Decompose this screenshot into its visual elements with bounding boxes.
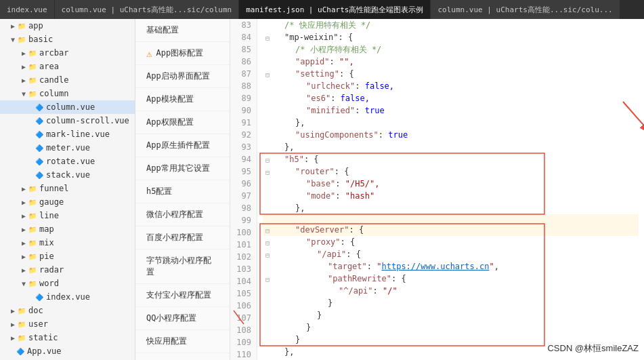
sidebar-item-app-vue[interactable]: 🔷 App.vue	[0, 344, 135, 358]
menu-item-baidu[interactable]: 百度小程序配置	[135, 226, 230, 249]
tab-column-vue-2[interactable]: column.vue | uCharts高性能...sic/colu...	[431, 0, 620, 19]
code-plain: }	[295, 334, 300, 346]
code-content[interactable]: /* 快应用特有相关 */⊟"mp-weixin": {/* 小程序特有相关 *…	[257, 19, 644, 360]
code-key: "es6"	[306, 92, 330, 104]
menu-item-uni-stats[interactable]: uni统计配置	[135, 353, 230, 360]
sidebar-item-doc[interactable]: ▶ 📁 doc	[0, 304, 135, 317]
sidebar-label: column	[39, 89, 68, 98]
fold-icon[interactable]: ⊟	[263, 155, 272, 164]
menu-item-app-launch[interactable]: App启动界面配置	[135, 65, 230, 88]
chevron-right-icon: ▶	[22, 185, 26, 193]
code-container[interactable]: 8384858687888990919293949596979899100101…	[230, 19, 644, 360]
menu-item-quickapp[interactable]: 快应用配置	[135, 330, 230, 353]
sidebar-item-stack-vue[interactable]: 🔷 stack.vue	[0, 168, 135, 182]
code-key: "h5"	[284, 153, 304, 165]
menu-item-qq[interactable]: QQ小程序配置	[135, 307, 230, 330]
fold-icon	[263, 81, 272, 91]
colon: :	[339, 68, 349, 80]
sidebar-item-rotate-vue[interactable]: 🔷 rotate.vue	[0, 155, 135, 168]
tab-manifest-json[interactable]: manifest.json | uCharts高性能跑全端图表示例	[239, 0, 431, 19]
sidebar-item-mark-line-vue[interactable]: 🔷 mark-line.vue	[0, 127, 135, 141]
vue-file-icon: 🔷	[35, 131, 43, 138]
chevron-down-icon: ▼	[22, 280, 26, 287]
menu-item-h5[interactable]: h5配置	[135, 180, 230, 203]
menu-item-app-icon[interactable]: ⚠ App图标配置	[135, 42, 230, 65]
folder-icon: 📁	[28, 239, 37, 247]
menu-item-app-native-plugin[interactable]: App原生插件配置	[135, 134, 230, 157]
sidebar-label: line	[39, 211, 59, 220]
sidebar-label: column.vue	[46, 102, 95, 112]
sidebar-item-word[interactable]: ▼ 📁 word	[0, 277, 135, 290]
chevron-right-icon: ▶	[22, 199, 26, 206]
sidebar-item-user[interactable]: ▶ 📁 user	[0, 317, 135, 331]
code-line-90: "minified": true	[263, 104, 639, 117]
code-line-87: ⊟"setting": {	[263, 68, 639, 80]
chevron-right-icon: ▶	[22, 49, 26, 57]
code-line-109: }	[263, 334, 639, 346]
code-comment: /* 快应用特有相关 */	[284, 19, 370, 31]
fold-icon[interactable]: ⊟	[263, 237, 272, 247]
code-line-98: },	[263, 202, 639, 214]
menu-item-wechat[interactable]: 微信小程序配置	[135, 203, 230, 226]
sidebar-item-radar[interactable]: ▶ 📁 radar	[0, 263, 135, 277]
code-value: "",	[339, 56, 354, 68]
fold-icon[interactable]: ⊟	[263, 274, 272, 283]
tab-column-vue[interactable]: column.vue | uCharts高性能...sic/column	[55, 0, 240, 19]
menu-panel: 基础配置 ⚠ App图标配置 App启动界面配置 App模块配置 App权限配置…	[135, 19, 230, 360]
fold-icon[interactable]: ⊟	[263, 225, 272, 235]
fold-icon	[263, 57, 272, 66]
code-line-83: /* 快应用特有相关 */	[263, 19, 639, 31]
colon: :	[349, 224, 358, 236]
code-line-105: "^/api": "/"	[263, 285, 639, 297]
code-key: "router"	[295, 165, 335, 178]
sidebar-item-word-index-vue[interactable]: 🔷 index.vue	[0, 290, 135, 304]
fold-icon[interactable]: ⊟	[263, 167, 272, 176]
sidebar-item-gauge[interactable]: ▶ 📁 gauge	[0, 195, 135, 209]
code-plain: }	[328, 297, 332, 309]
sidebar-item-mix[interactable]: ▶ 📁 mix	[0, 236, 135, 249]
sidebar-item-area[interactable]: ▶ 📁 area	[0, 60, 135, 73]
code-line-91: },	[263, 117, 639, 129]
menu-item-alipay[interactable]: 支付宝小程序配置	[135, 284, 230, 307]
menu-item-basic[interactable]: 基础配置	[135, 19, 230, 42]
main-area: ▶ 📁 app ▼ 📁 basic ▶ 📁 arcbar ▶ 📁 area	[0, 19, 644, 360]
sidebar-item-pie[interactable]: ▶ 📁 pie	[0, 249, 135, 263]
sidebar-label: meter.vue	[46, 143, 90, 153]
code-plain: }	[306, 321, 311, 334]
code-comment: /* 小程序特有相关 */	[295, 43, 381, 56]
code-key: "proxy"	[306, 236, 341, 248]
menu-item-app-module[interactable]: App模块配置	[135, 88, 230, 111]
fold-icon	[263, 262, 272, 271]
menu-item-app-other[interactable]: App常用其它设置	[135, 157, 230, 180]
sidebar-item-basic[interactable]: ▼ 📁 basic	[0, 33, 135, 46]
sidebar-item-map[interactable]: ▶ 📁 map	[0, 222, 135, 236]
code-plain: "mp-weixin": {	[284, 31, 353, 43]
sidebar-item-column-scroll-vue[interactable]: 🔷 column-scroll.vue	[0, 114, 135, 127]
sidebar-label: area	[39, 62, 59, 71]
fold-icon[interactable]: ⊟	[263, 33, 272, 42]
code-line-93: },	[263, 141, 639, 153]
fold-icon[interactable]: ⊟	[263, 249, 272, 259]
sidebar-item-candle[interactable]: ▶ 📁 candle	[0, 73, 135, 87]
sidebar-item-app[interactable]: ▶ 📁 app	[0, 19, 135, 33]
code-line-88: "urlcheck": false,	[263, 80, 639, 92]
sidebar-item-meter-vue[interactable]: 🔷 meter.vue	[0, 141, 135, 155]
tab-index-vue[interactable]: index.vue	[0, 0, 55, 19]
sidebar-item-column[interactable]: ▼ 📁 column	[0, 87, 135, 100]
sidebar-item-static[interactable]: ▶ 📁 static	[0, 331, 135, 344]
menu-item-bytedance[interactable]: 字节跳动小程序配置	[135, 249, 230, 284]
sidebar-item-funnel[interactable]: ▶ 📁 funnel	[0, 182, 135, 195]
tab-bar: index.vue column.vue | uCharts高性能...sic/…	[0, 0, 644, 19]
sidebar-label: user	[28, 319, 48, 329]
fold-icon[interactable]: ⊟	[263, 69, 272, 79]
sidebar-item-arcbar[interactable]: ▶ 📁 arcbar	[0, 46, 135, 60]
sidebar-item-column-vue[interactable]: 🔷 column.vue	[0, 100, 135, 114]
sidebar: ▶ 📁 app ▼ 📁 basic ▶ 📁 arcbar ▶ 📁 area	[0, 19, 135, 360]
sidebar-label: app	[28, 21, 43, 31]
folder-icon: 📁	[28, 199, 37, 206]
fold-icon	[263, 191, 272, 201]
sidebar-item-line[interactable]: ▶ 📁 line	[0, 209, 135, 222]
menu-item-app-permission[interactable]: App权限配置	[135, 111, 230, 134]
tab-label: column.vue | uCharts高性能...sic/colu...	[437, 5, 612, 15]
folder-icon: 📁	[28, 212, 37, 220]
